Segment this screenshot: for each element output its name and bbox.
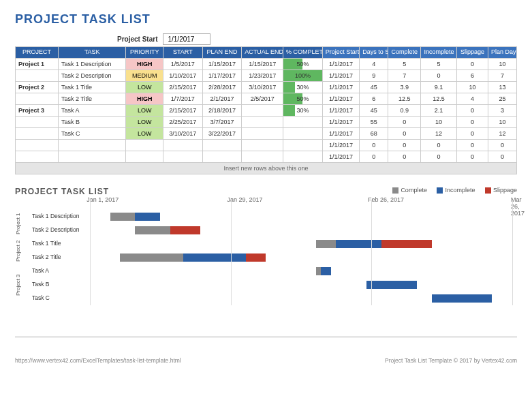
gantt-row: Task C	[90, 292, 517, 305]
table-row[interactable]: Task CLOW3/10/20173/22/20171/1/201768012…	[16, 127, 517, 139]
legend-slippage: Slippage	[493, 187, 517, 194]
col-proj-start: Project Start	[322, 47, 360, 59]
col-task: TASK	[58, 47, 126, 59]
page-title: PROJECT TASK LIST	[15, 12, 517, 27]
col-plan-days: Plan Days	[488, 47, 516, 59]
col-complete: Complete	[388, 47, 421, 59]
gantt-row: Task 1 Description	[90, 210, 517, 224]
project-start-row: Project Start	[15, 33, 517, 45]
legend-slippage-swatch	[485, 187, 491, 194]
legend-incomplete-swatch	[437, 187, 443, 194]
footer: https://www.vertex42.com/ExcelTemplates/…	[15, 354, 517, 364]
insert-row: Insert new rows above this one	[16, 162, 517, 174]
gantt-row: Task 1 Title	[90, 237, 517, 251]
col-priority: PRIORITY	[126, 47, 163, 59]
legend-complete: Complete	[401, 187, 427, 194]
col-plan-end: PLAN END	[202, 47, 242, 59]
table-row[interactable]: Project 3Task ALOW2/15/20172/18/201730%1…	[16, 104, 517, 116]
project-start-input[interactable]	[163, 33, 210, 45]
chart-legend: Complete Incomplete Slippage	[384, 187, 517, 194]
col-pct: % COMPLETE	[283, 47, 323, 59]
table-row[interactable]: Project 2Task 1 TitleLOW2/15/20172/28/20…	[16, 81, 517, 93]
col-slippage: Slippage	[456, 47, 488, 59]
table-row[interactable]: Task 2 DescriptionMEDIUM1/10/20171/17/20…	[16, 70, 517, 81]
table-row[interactable]: Task BLOW2/25/20173/7/20171/1/2017550100…	[16, 116, 517, 127]
footer-copyright: Project Task List Template © 2017 by Ver…	[385, 357, 517, 364]
col-incomplete: Incomplete	[421, 47, 456, 59]
gantt-row: Task 2 Title	[90, 251, 517, 264]
gantt-row: Task 2 Description	[90, 224, 517, 237]
chart-title: PROJECT TASK LIST	[15, 187, 109, 196]
header-row: PROJECT TASK PRIORITY START PLAN END ACT…	[16, 47, 517, 59]
task-table: PROJECT TASK PRIORITY START PLAN END ACT…	[15, 46, 517, 174]
gantt-row: Task B	[90, 278, 517, 292]
footer-url: https://www.vertex42.com/ExcelTemplates/…	[15, 357, 181, 364]
gantt-chart: PROJECT TASK LIST Complete Incomplete Sl…	[15, 187, 517, 333]
table-row[interactable]: 1/1/201700000	[16, 151, 517, 162]
col-start: START	[163, 47, 203, 59]
table-row[interactable]: Project 1Task 1 DescriptionHIGH1/5/20171…	[16, 58, 517, 70]
table-row[interactable]: Task 2 TitleHIGH1/7/20172/1/20172/5/2017…	[16, 93, 517, 104]
col-project: PROJECT	[16, 47, 59, 59]
chart-x-axis: Jan 1, 2017Jan 29, 2017Feb 26, 2017Mar 2…	[90, 196, 517, 206]
col-actual-end: ACTUAL END	[242, 47, 283, 59]
legend-incomplete: Incomplete	[445, 187, 475, 194]
project-start-label: Project Start	[117, 35, 157, 43]
col-days-to-start: Days to Start	[360, 47, 388, 59]
legend-complete-swatch	[392, 187, 398, 194]
gantt-row: Task A	[90, 264, 517, 278]
table-row[interactable]: 1/1/201700000	[16, 139, 517, 151]
